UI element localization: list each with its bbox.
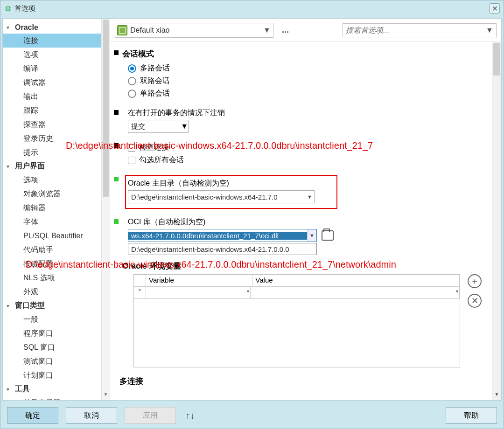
radio-icon: [128, 77, 136, 85]
profile-select[interactable]: Default xiao ▼: [115, 23, 273, 38]
section-logoff: 在有打开的事务的情况下注销 提交 ▼: [114, 108, 485, 133]
sidebar-item[interactable]: 登录历史: [3, 131, 110, 145]
check-label: 检查连接: [139, 143, 169, 152]
radio-label: 多路会话: [140, 63, 170, 73]
check-connection[interactable]: 检查连接: [122, 141, 485, 154]
sidebar-item[interactable]: 选项: [3, 173, 110, 187]
section-heading: 在有打开的事务的情况下注销: [122, 108, 485, 118]
tree-group-ui[interactable]: ▾ 用户界面: [3, 159, 110, 173]
scroll-thumb[interactable]: [103, 20, 109, 197]
chevron-down-icon: ▾: [7, 303, 15, 309]
sidebar-item[interactable]: 选项: [3, 48, 110, 62]
sidebar-item[interactable]: 跟踪: [3, 104, 110, 118]
chevron-down-icon[interactable]: ▼: [486, 26, 493, 35]
chevron-down-icon[interactable]: ▼: [307, 229, 316, 242]
field-label: OCI 库（自动检测为空): [122, 217, 485, 227]
close-button[interactable]: ✕: [490, 3, 500, 14]
preferences-icon: ⚙: [4, 4, 12, 13]
scroll-down-icon[interactable]: ▼: [102, 392, 110, 400]
sidebar-item[interactable]: SQL 窗口: [3, 340, 110, 354]
checkbox-icon: [128, 144, 135, 152]
cancel-button[interactable]: 取消: [66, 407, 117, 424]
sidebar-item[interactable]: 提示: [3, 145, 110, 159]
sidebar-item[interactable]: 测试窗口: [3, 354, 110, 368]
tree-group-windows[interactable]: ▾ 窗口类型: [3, 299, 110, 312]
sidebar-item[interactable]: 外观: [3, 285, 110, 299]
column-header-variable[interactable]: Variable: [146, 275, 252, 286]
chevron-down-icon[interactable]: ▼: [263, 26, 271, 35]
checkbox-icon: [128, 157, 135, 164]
help-button[interactable]: 帮助: [446, 407, 497, 424]
titlebar: ⚙ 首选项 ✕: [0, 0, 504, 16]
sidebar-item[interactable]: 输出: [3, 90, 110, 104]
oci-dropdown-item[interactable]: D:\edge\instantclient-basic-windows.x64-…: [128, 243, 317, 255]
chevron-down-icon[interactable]: ▾: [247, 289, 249, 294]
window-title: 首选项: [14, 4, 490, 13]
chevron-down-icon[interactable]: ▼: [305, 191, 314, 203]
sidebar-item[interactable]: 调试器: [3, 76, 110, 90]
add-row-button[interactable]: ＋: [468, 274, 482, 288]
logoff-action-select[interactable]: 提交 ▼: [128, 120, 189, 133]
sidebar-item[interactable]: PL/SQL Beautifier: [3, 229, 110, 243]
scroll-thumb[interactable]: [493, 43, 500, 76]
check-label: 勾选所有会话: [139, 155, 184, 165]
preference-search[interactable]: ▼: [343, 23, 497, 37]
tree-group-oracle[interactable]: ▾ Oracle: [3, 21, 110, 34]
chevron-down-icon[interactable]: ▼: [181, 122, 188, 131]
radio-single-session[interactable]: 单路会话: [122, 87, 485, 100]
section-marker-icon: [114, 110, 119, 115]
combo-value: D:\edge\instantclient-basic-windows.x64-…: [128, 193, 305, 201]
combo-value: 提交: [128, 122, 181, 131]
combo-value: ws.x64-21.7.0.0.0dbru\instantclient_21_7…: [128, 232, 307, 240]
chevron-down-icon: ▾: [7, 386, 15, 393]
apply-button[interactable]: 应用: [125, 407, 176, 424]
cell-variable[interactable]: ▾: [146, 287, 251, 298]
section-marker-icon: [114, 177, 119, 181]
env-variable-table[interactable]: Variable Value * ▾ ▾: [133, 274, 460, 367]
sidebar: ▾ Oracle 连接 选项 编译 调试器 输出 跟踪 探查器 登录历史 提示 …: [3, 19, 110, 400]
ok-button[interactable]: 确定: [7, 407, 58, 424]
section-oracle-home: Oracle 主目录（自动检测为空) D:\edge\instantclient…: [114, 175, 485, 209]
row-marker: *: [134, 287, 146, 298]
more-button[interactable]: ...: [279, 25, 292, 35]
sidebar-item[interactable]: 一般: [3, 312, 110, 326]
field-label: Oracle 主目录（自动检测为空): [127, 179, 332, 188]
chevron-down-icon[interactable]: ▾: [456, 289, 458, 294]
sidebar-item[interactable]: 编辑器: [3, 201, 110, 215]
sidebar-item[interactable]: NLS 选项: [3, 271, 110, 285]
oci-library-select[interactable]: ws.x64-21.7.0.0.0dbru\instantclient_21_7…: [128, 229, 317, 242]
check-all-sessions[interactable]: 勾选所有会话: [122, 154, 485, 166]
sidebar-item-connection[interactable]: 连接: [3, 34, 110, 48]
table-row[interactable]: * ▾ ▾: [134, 287, 460, 299]
sidebar-item[interactable]: 代码助手: [3, 243, 110, 257]
scroll-down-icon[interactable]: ▼: [492, 392, 501, 400]
radio-icon: [128, 90, 136, 98]
sidebar-item[interactable]: 编译: [3, 62, 110, 76]
sidebar-item[interactable]: 差异查看器: [3, 396, 110, 400]
oracle-home-select[interactable]: D:\edge\instantclient-basic-windows.x64-…: [128, 190, 315, 203]
tree-group-label: 工具: [15, 384, 30, 394]
section-session-mode: 会话模式 多路会话 双路会话 单路会话: [114, 48, 485, 100]
radio-dual-session[interactable]: 双路会话: [122, 75, 485, 87]
sidebar-item[interactable]: 按键配置: [3, 257, 110, 271]
radio-multi-session[interactable]: 多路会话: [122, 62, 485, 75]
cell-value[interactable]: ▾: [251, 287, 460, 298]
search-input[interactable]: [346, 26, 486, 35]
sidebar-item[interactable]: 字体: [3, 215, 110, 229]
sidebar-scrollbar[interactable]: ▲ ▼: [101, 19, 110, 400]
tree-group-label: Oracle: [15, 23, 38, 32]
browse-folder-button[interactable]: [322, 230, 334, 241]
remove-row-button[interactable]: ✕: [468, 294, 482, 308]
section-marker-icon: [114, 219, 119, 224]
tree-group-tools[interactable]: ▾ 工具: [3, 382, 110, 396]
sidebar-item[interactable]: 探查器: [3, 118, 110, 131]
content-scrollbar[interactable]: ▲ ▼: [492, 42, 501, 400]
sidebar-item[interactable]: 计划窗口: [3, 368, 110, 382]
sidebar-item[interactable]: 对象浏览器: [3, 187, 110, 201]
column-header-value[interactable]: Value: [252, 275, 460, 286]
sidebar-item[interactable]: 程序窗口: [3, 326, 110, 340]
profile-icon: [117, 25, 127, 35]
sort-icon[interactable]: ↑↓: [183, 410, 196, 421]
section-heading-multiconn: 多连接: [119, 376, 485, 387]
radio-icon: [128, 64, 136, 73]
